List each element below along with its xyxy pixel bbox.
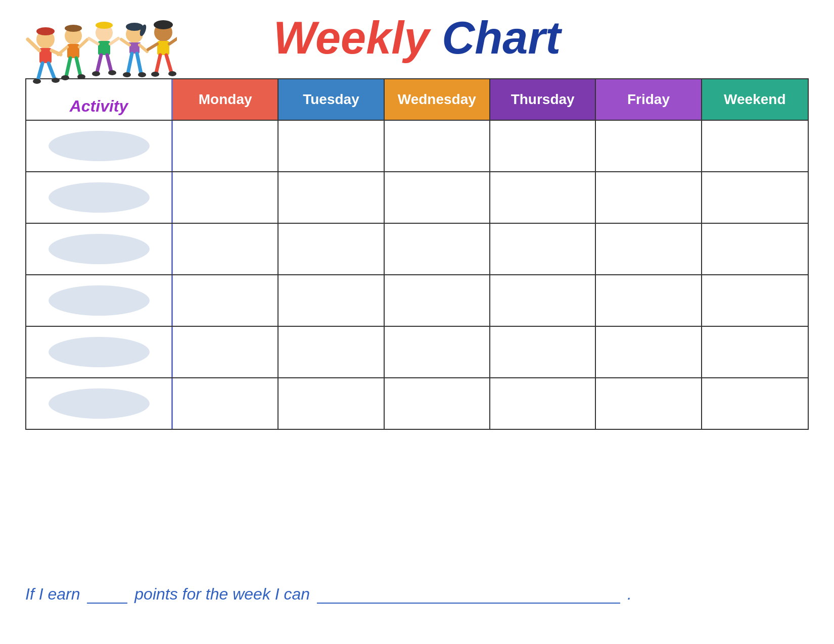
data-cell[interactable] (490, 378, 596, 429)
svg-point-45 (168, 71, 176, 76)
oval (49, 131, 150, 161)
svg-line-22 (110, 38, 118, 44)
svg-point-19 (96, 22, 113, 29)
data-cell[interactable] (702, 224, 808, 274)
chart-body (26, 121, 808, 429)
points-underline[interactable] (87, 603, 127, 604)
svg-line-32 (140, 45, 147, 52)
svg-point-44 (151, 72, 159, 77)
oval (49, 388, 150, 419)
data-cell[interactable] (385, 121, 490, 171)
svg-line-34 (137, 54, 141, 73)
table-row (26, 275, 808, 327)
data-cell[interactable] (173, 327, 279, 377)
svg-line-42 (156, 55, 160, 73)
data-cell[interactable] (385, 224, 490, 274)
activity-cell (26, 327, 173, 377)
svg-point-10 (65, 25, 82, 32)
data-cell[interactable] (702, 172, 808, 223)
svg-point-28 (126, 23, 143, 31)
table-row (26, 378, 808, 429)
data-cell[interactable] (596, 224, 702, 274)
data-cell[interactable] (702, 275, 808, 326)
oval (49, 234, 150, 264)
data-cell[interactable] (490, 224, 596, 274)
svg-line-41 (169, 38, 177, 44)
data-cell[interactable] (596, 275, 702, 326)
data-cell[interactable] (596, 121, 702, 171)
kids-illustration (25, 14, 177, 115)
reward-underline[interactable] (317, 603, 620, 604)
title-weekly: Weekly (273, 13, 430, 63)
data-cell[interactable] (385, 172, 490, 223)
svg-point-38 (154, 20, 173, 29)
table-row (26, 224, 808, 275)
svg-line-21 (89, 38, 98, 44)
data-cell[interactable] (279, 378, 384, 429)
title-chart: Chart (442, 13, 561, 63)
data-cell[interactable] (385, 378, 490, 429)
svg-line-31 (121, 39, 129, 45)
table-row (26, 121, 808, 172)
oval (49, 337, 150, 367)
data-cell[interactable] (279, 275, 384, 326)
data-cell[interactable] (702, 327, 808, 377)
data-cell[interactable] (279, 121, 384, 171)
svg-line-40 (148, 44, 157, 49)
svg-line-5 (38, 63, 42, 80)
table-row (26, 172, 808, 224)
data-cell[interactable] (173, 378, 279, 429)
data-cell[interactable] (279, 172, 384, 223)
svg-point-16 (61, 75, 69, 80)
data-cell[interactable] (490, 327, 596, 377)
svg-point-8 (52, 78, 60, 83)
data-cell[interactable] (279, 224, 384, 274)
data-cell[interactable] (173, 275, 279, 326)
svg-rect-20 (98, 41, 110, 55)
thursday-header: Thursday (490, 79, 596, 120)
svg-line-14 (66, 58, 70, 76)
tuesday-header: Tuesday (279, 79, 384, 120)
svg-point-7 (33, 79, 41, 84)
svg-point-1 (36, 27, 55, 35)
data-cell[interactable] (173, 172, 279, 223)
data-cell[interactable] (596, 327, 702, 377)
wednesday-header: Wednesday (385, 79, 490, 120)
data-cell[interactable] (173, 224, 279, 274)
activity-cell (26, 224, 173, 274)
data-cell[interactable] (490, 172, 596, 223)
oval (49, 182, 150, 213)
activity-cell (26, 172, 173, 223)
data-cell[interactable] (702, 378, 808, 429)
svg-rect-30 (129, 42, 140, 54)
weekly-chart: Activity Monday Tuesday Wednesday Thursd… (25, 78, 809, 430)
svg-point-17 (77, 74, 85, 79)
footer-text: If I earn points for the week I can . (25, 585, 809, 604)
data-cell[interactable] (385, 327, 490, 377)
footer-end: . (627, 585, 632, 603)
data-cell[interactable] (490, 121, 596, 171)
data-cell[interactable] (596, 172, 702, 223)
activity-cell (26, 121, 173, 171)
svg-point-36 (138, 72, 146, 77)
weekend-header: Weekend (702, 79, 808, 120)
footer-part2: points for the week I can (134, 585, 310, 603)
data-cell[interactable] (490, 275, 596, 326)
data-cell[interactable] (385, 275, 490, 326)
svg-line-43 (166, 55, 171, 72)
svg-point-25 (92, 71, 100, 76)
svg-point-26 (108, 70, 116, 75)
data-cell[interactable] (279, 327, 384, 377)
data-cell[interactable] (173, 121, 279, 171)
data-cell[interactable] (596, 378, 702, 429)
svg-line-15 (76, 58, 80, 75)
svg-rect-2 (39, 48, 52, 63)
data-cell[interactable] (702, 121, 808, 171)
oval (49, 285, 150, 316)
svg-line-13 (79, 39, 87, 47)
svg-line-12 (58, 47, 67, 55)
page: Weekly Chart Activity Monday Tuesday Wed… (0, 0, 834, 644)
activity-cell (26, 275, 173, 326)
footer-part1: If I earn (25, 585, 80, 603)
svg-line-24 (107, 55, 111, 71)
